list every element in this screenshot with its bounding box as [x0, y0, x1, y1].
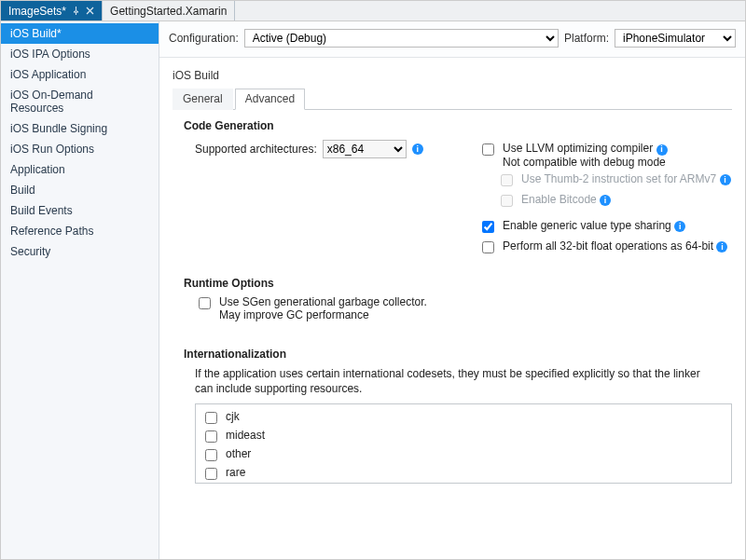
main-pane: Configuration: Active (Debug) Platform: … — [159, 21, 745, 559]
sidebar-item-application[interactable]: Application — [1, 159, 159, 180]
settings-sidebar: iOS Build* iOS IPA Options iOS Applicati… — [1, 21, 159, 559]
bitcode-checkbox — [501, 195, 513, 207]
sidebar-item-security[interactable]: Security — [1, 241, 159, 262]
intl-listbox[interactable]: cjk mideast other rare — [195, 403, 732, 484]
intl-description: If the application uses certain internat… — [195, 366, 717, 396]
list-item: rare — [226, 466, 245, 479]
platform-label: Platform: — [564, 32, 609, 45]
close-icon[interactable] — [86, 7, 94, 15]
bitcode-label: Enable Bitcode i — [521, 193, 611, 207]
page-title: iOS Build — [173, 69, 732, 82]
info-icon[interactable]: i — [656, 144, 668, 156]
intl-rare-checkbox[interactable] — [205, 468, 217, 480]
intl-other-checkbox[interactable] — [205, 449, 217, 461]
document-tab-label: ImageSets* — [8, 5, 66, 18]
tab-advanced[interactable]: Advanced — [235, 89, 305, 110]
sidebar-item-ios-build[interactable]: iOS Build* — [1, 23, 159, 44]
configuration-label: Configuration: — [169, 32, 239, 45]
config-row: Configuration: Active (Debug) Platform: … — [159, 21, 745, 58]
window: ImageSets* GettingStarted.Xamarin iOS Bu… — [0, 0, 746, 560]
thumb2-label: Use Thumb-2 instruction set for ARMv7 i — [521, 172, 731, 186]
sidebar-item-ios-ondemand[interactable]: iOS On-Demand Resources — [1, 85, 159, 118]
generic-sharing-label: Enable generic value type sharing i — [503, 219, 685, 233]
intl-mideast-checkbox[interactable] — [205, 430, 217, 443]
list-item: cjk — [226, 410, 240, 423]
llvm-label: Use LLVM optimizing compiler i Not compa… — [503, 142, 668, 169]
list-item: mideast — [226, 429, 265, 442]
llvm-checkbox[interactable] — [482, 143, 494, 156]
sidebar-item-ios-run-options[interactable]: iOS Run Options — [1, 139, 159, 159]
arch-select[interactable]: x86_64 — [323, 140, 407, 158]
pin-icon[interactable] — [72, 7, 80, 15]
sidebar-item-ios-application[interactable]: iOS Application — [1, 64, 159, 85]
group-internationalization: Internationalization — [184, 348, 732, 361]
thumb2-checkbox — [501, 174, 513, 186]
sgen-label: Use SGen generational garbage collector.… — [219, 295, 427, 321]
platform-select[interactable]: iPhoneSimulator — [615, 29, 736, 48]
group-code-generation: Code Generation — [184, 119, 732, 132]
body: iOS Build* iOS IPA Options iOS Applicati… — [1, 21, 745, 559]
info-icon[interactable]: i — [674, 221, 685, 232]
inner-tabs: General Advanced — [173, 88, 732, 110]
info-icon[interactable]: i — [600, 195, 611, 206]
generic-sharing-checkbox[interactable] — [482, 221, 494, 233]
intl-cjk-checkbox[interactable] — [205, 412, 217, 424]
float32-label: Perform all 32-bit float operations as 6… — [503, 239, 727, 253]
document-tab-label: GettingStarted.Xamarin — [110, 5, 227, 18]
configuration-select[interactable]: Active (Debug) — [244, 29, 559, 48]
sgen-checkbox[interactable] — [199, 297, 211, 309]
document-tab-imagesets[interactable]: ImageSets* — [1, 1, 103, 20]
sidebar-item-ios-bundle-signing[interactable]: iOS Bundle Signing — [1, 118, 159, 139]
document-tabbar: ImageSets* GettingStarted.Xamarin — [1, 1, 745, 21]
info-icon[interactable]: i — [412, 143, 423, 155]
info-icon[interactable]: i — [720, 174, 731, 185]
document-tab-gettingstarted[interactable]: GettingStarted.Xamarin — [103, 1, 235, 20]
content: iOS Build General Advanced Code Generati… — [159, 58, 745, 559]
sidebar-item-ios-ipa-options[interactable]: iOS IPA Options — [1, 44, 159, 64]
list-item: other — [226, 447, 251, 460]
float32-checkbox[interactable] — [482, 241, 494, 253]
info-icon[interactable]: i — [716, 241, 727, 253]
sidebar-item-build[interactable]: Build — [1, 180, 159, 200]
sidebar-item-reference-paths[interactable]: Reference Paths — [1, 221, 159, 241]
group-runtime-options: Runtime Options — [184, 277, 732, 290]
tab-general[interactable]: General — [173, 89, 233, 110]
sidebar-item-build-events[interactable]: Build Events — [1, 200, 159, 221]
arch-label: Supported architectures: — [195, 143, 317, 156]
